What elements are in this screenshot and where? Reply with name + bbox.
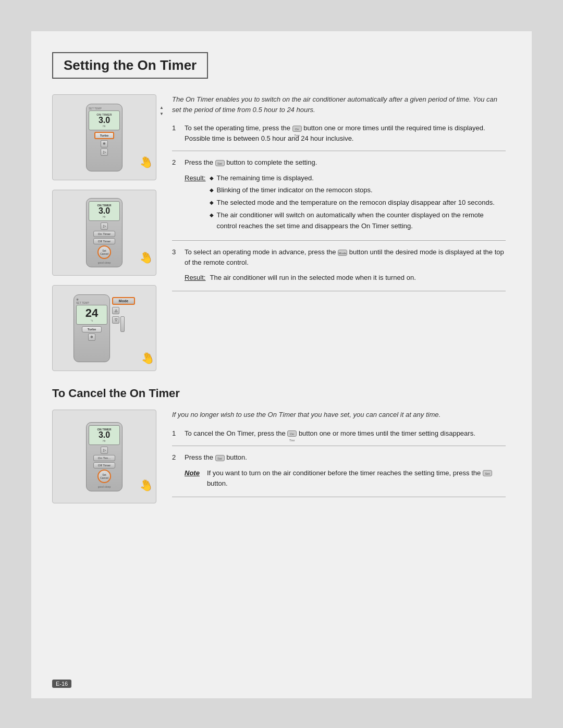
remote-3-wrapper: ❄ SET TEMP 24 °c Turbo ❄ — [52, 285, 156, 371]
turbo-btn-r3: Turbo — [82, 326, 102, 332]
cancel-section: To Cancel the On Timer ON TIMER 3.0 Hr ▷ — [52, 387, 506, 503]
cancel-content-area: ON TIMER 3.0 Hr ▷ On Tim... Off Timer — [52, 410, 506, 503]
cancel-step-1-content: To cancel the On Timer, press the On Tmr… — [185, 428, 506, 439]
cancel-intro: If you no longer wish to use the On Time… — [172, 410, 506, 420]
divider-3 — [172, 291, 506, 291]
set-icon-c2: Set — [215, 455, 225, 461]
step-2-content: Press the Set button to complete the set… — [185, 157, 506, 233]
set-cancel-btn-r4: SetCancel — [97, 470, 111, 483]
mode-btn-r3: Mode — [112, 297, 135, 305]
setting-content-area: SET TEMP ON TIMER 3.0 Hr Turbo ❄ ▷ — [52, 94, 506, 371]
remote-1: SET TEMP ON TIMER 3.0 Hr Turbo ❄ ▷ — [86, 104, 123, 171]
result-content-3: The air conditioner will run in the sele… — [210, 273, 415, 283]
step-1-content: To set the operating time, press the On … — [185, 123, 506, 143]
result-label-1: Result: — [185, 173, 205, 233]
set-cancel-btn-r2: SetCancel — [97, 245, 111, 259]
step-2-num: 2 — [172, 157, 180, 233]
up-arr-r3: △ — [112, 307, 119, 314]
remote-3-screen: 24 °c — [76, 305, 107, 325]
remote-4-screen: ON TIMER 3.0 Hr — [89, 425, 120, 445]
side-arrows-r1: ▲ ▼ — [160, 105, 164, 116]
page: Setting the On Timer SET TEMP ON TIMER 3… — [31, 31, 532, 698]
remote-4: ON TIMER 3.0 Hr ▷ On Tim... Off Timer — [86, 422, 123, 491]
hand-icon-r3: 🤚 — [139, 350, 156, 367]
set-icon-note: Set — [483, 470, 492, 476]
step-2: 2 Press the Set button to complete the s… — [172, 157, 506, 233]
remote-4-wrapper: ON TIMER 3.0 Hr ▷ On Tim... Off Timer — [52, 410, 156, 503]
off-timer-btn-r4: Off Timer — [93, 462, 115, 468]
arrow-btn-r1: ❄ — [101, 140, 108, 147]
intro-text: The On Timer enables you to switch on th… — [172, 94, 506, 115]
divider-1 — [172, 151, 506, 151]
play-btn-r1: ▷ — [101, 149, 108, 156]
on-timer-btn-r2: On Timer — [93, 231, 115, 237]
divider-2 — [172, 240, 506, 241]
step-3-content: To select an operating mode in advance, … — [185, 247, 506, 283]
mode-icon-s3: Mode — [338, 250, 347, 256]
hand-icon-r2: 🤚 — [137, 249, 155, 267]
result-label-3: Result: — [185, 273, 205, 283]
cancel-divider-1 — [172, 446, 506, 446]
remote-1-screen: ON TIMER 3.0 Hr — [89, 110, 120, 130]
snow-btn-r3: ❄ — [88, 334, 95, 341]
on-tmr-icon-c1: On Tmr — [287, 430, 297, 437]
section-title: Setting the On Timer — [52, 52, 208, 79]
cancel-step-2-num: 2 — [172, 452, 180, 489]
note-content: If you want to turn on the air condition… — [207, 468, 506, 490]
step-3-num: 3 — [172, 247, 180, 283]
on-tmr-icon-s1: On Tmr — [292, 126, 302, 132]
on-timer-btn-r4: On Tim... — [93, 455, 115, 461]
down-arr-r3: ▽ — [112, 316, 119, 324]
off-timer-btn-r2: Off Timer — [93, 238, 115, 244]
cancel-divider-2 — [172, 497, 506, 497]
step-3: 3 To select an operating mode in advance… — [172, 247, 506, 283]
cancel-instructions: If you no longer wish to use the On Time… — [172, 410, 506, 503]
page-number: E-16 — [52, 680, 71, 688]
play-btn-r4: ▷ — [101, 447, 108, 454]
cancel-step-2: 2 Press the Set button. Note If you want… — [172, 452, 506, 489]
remote-2-screen: ON TIMER 3.0 Hr — [89, 201, 120, 221]
remote-4-col: ON TIMER 3.0 Hr ▷ On Tim... Off Timer — [52, 410, 156, 503]
cancel-step-2-content: Press the Set button. Note If you want t… — [185, 452, 506, 489]
cancel-step-1-num: 1 — [172, 428, 180, 439]
result-block-3: Result: The air conditioner will run in … — [185, 273, 506, 283]
cancel-title: To Cancel the On Timer — [52, 387, 506, 400]
note-label: Note — [185, 468, 200, 490]
step-1-num: 1 — [172, 123, 180, 143]
cancel-step-1: 1 To cancel the On Timer, press the On T… — [172, 428, 506, 439]
note-block: Note If you want to turn on the air cond… — [185, 468, 506, 490]
set-icon-s2: Set — [215, 160, 225, 166]
remotes-column: SET TEMP ON TIMER 3.0 Hr Turbo ❄ ▷ — [52, 94, 156, 371]
instructions-col: The On Timer enables you to switch on th… — [172, 94, 506, 371]
turbo-button-r1: Turbo — [94, 132, 114, 139]
remote-3: ❄ SET TEMP 24 °c Turbo ❄ — [74, 294, 110, 362]
result-content-1: ◆The remaining time is displayed. ◆Blink… — [210, 173, 506, 233]
remote-1-wrapper: SET TEMP ON TIMER 3.0 Hr Turbo ❄ ▷ — [52, 94, 156, 180]
remote-2-wrapper: ON TIMER 3.0 Hr ▷ On Timer Off Timer Set — [52, 190, 156, 276]
result-block-1: Result: ◆The remaining time is displayed… — [185, 173, 506, 233]
hand-icon-r4: 🤚 — [137, 477, 155, 495]
remote-2: ON TIMER 3.0 Hr ▷ On Timer Off Timer Set — [86, 198, 123, 267]
step-1: 1 To set the operating time, press the O… — [172, 123, 506, 143]
hand-icon-r1: 🤚 — [137, 154, 155, 171]
play-btn-r2: ▷ — [101, 223, 108, 230]
